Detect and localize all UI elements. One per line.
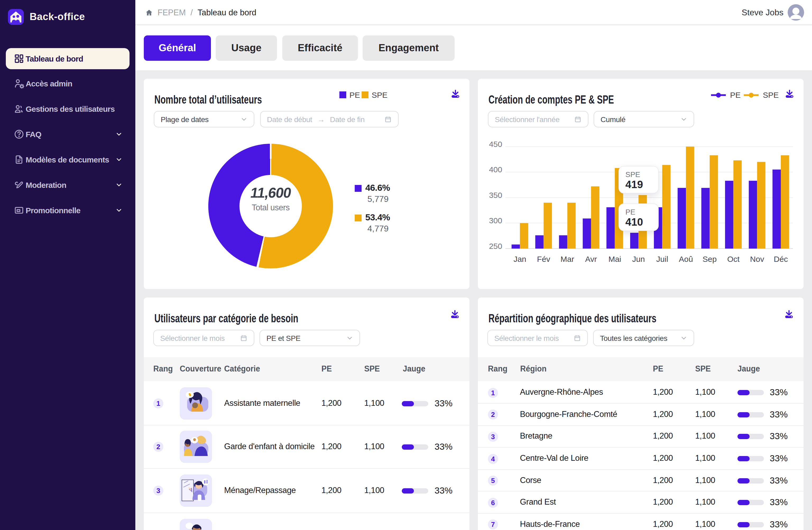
svg-text:Aoû: Aoû: [679, 255, 693, 263]
svg-text:Nov: Nov: [750, 255, 764, 263]
svg-text:400: 400: [489, 165, 502, 174]
svg-text:Jun: Jun: [632, 255, 645, 263]
svg-text:Jan: Jan: [513, 255, 526, 263]
svg-text:Avr: Avr: [585, 255, 597, 263]
svg-text:350: 350: [489, 191, 502, 200]
svg-text:Fév: Fév: [537, 255, 550, 263]
svg-text:Mar: Mar: [561, 255, 575, 263]
svg-text:Juil: Juil: [656, 255, 668, 263]
svg-text:450: 450: [489, 140, 502, 148]
svg-text:Déc: Déc: [774, 255, 788, 263]
svg-text:Oct: Oct: [727, 255, 740, 263]
svg-text:250: 250: [489, 242, 502, 250]
svg-text:Sep: Sep: [702, 255, 716, 263]
svg-text:300: 300: [489, 216, 502, 225]
svg-text:Mai: Mai: [608, 255, 621, 263]
